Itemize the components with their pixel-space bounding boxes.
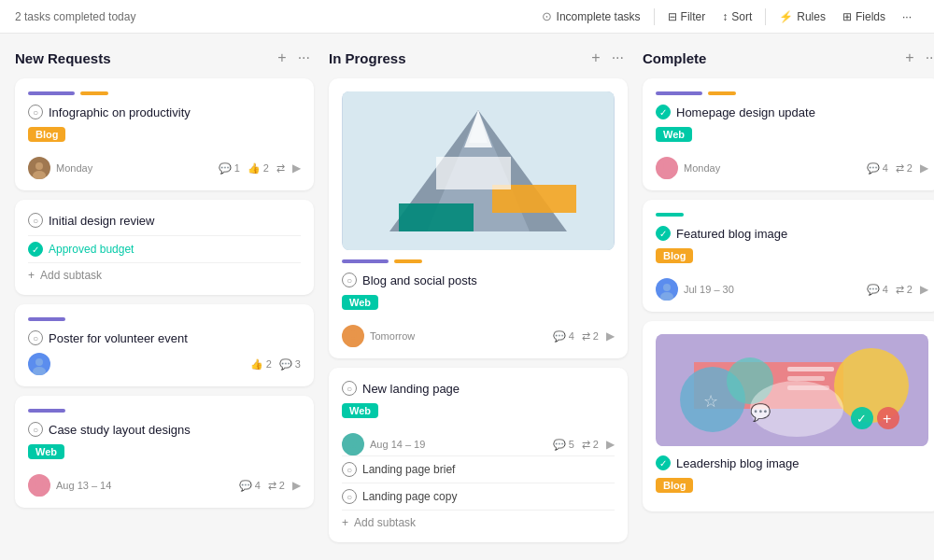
svg-point-1 <box>33 171 46 179</box>
col-header-in-progress: In Progress + ··· <box>329 49 628 67</box>
bar-orange-blog <box>394 259 422 263</box>
card-infographic: ○ Infographic on productivity Blog Monda… <box>15 78 314 190</box>
task-check-poster[interactable]: ○ <box>28 330 43 345</box>
col-add-new-requests[interactable]: + <box>274 49 290 67</box>
card-blog-posts: ○ Blog and social posts Web Tomorrow 💬 4… <box>329 78 628 358</box>
tasks-completed: 2 tasks completed today <box>15 10 135 23</box>
task-check-landing[interactable]: ○ <box>342 381 357 396</box>
task-check-leadership[interactable]: ✓ <box>656 455 671 470</box>
sort-icon: ↕ <box>722 10 728 23</box>
col-add-in-progress[interactable]: + <box>587 49 603 67</box>
tag-leadership[interactable]: Blog <box>656 478 693 493</box>
tag-landing[interactable]: Web <box>342 403 378 418</box>
col-add-complete[interactable]: + <box>901 49 917 67</box>
rules-label: Rules <box>797 10 826 23</box>
svg-point-21 <box>663 284 671 291</box>
expand-blog[interactable]: ▶ <box>606 329 615 343</box>
comments-featured: 💬 4 <box>867 284 888 296</box>
task-check-initial[interactable]: ○ <box>28 213 43 228</box>
task-check-homepage[interactable]: ✓ <box>656 105 671 119</box>
more-button[interactable]: ··· <box>895 7 919 27</box>
avatar-case <box>28 474 50 497</box>
blog-posts-image <box>342 91 615 250</box>
expand-infographic[interactable]: ▶ <box>292 161 301 175</box>
bar-purple <box>28 91 75 95</box>
expand-landing[interactable]: ▶ <box>606 438 615 451</box>
expand-case[interactable]: ▶ <box>292 479 301 492</box>
card-featured-bars <box>656 213 928 217</box>
rules-button[interactable]: ⚡ Rules <box>771 7 833 27</box>
add-subtask-landing[interactable]: + Add subtask <box>342 510 615 531</box>
subtask-check-copy[interactable]: ○ <box>342 489 357 504</box>
fields-label: Fields <box>856 10 885 23</box>
sort-button[interactable]: ↕ Sort <box>715 7 759 27</box>
svg-text:💬: 💬 <box>750 402 771 423</box>
filter-button[interactable]: ⊟ Filter <box>660 7 714 27</box>
svg-text:+: + <box>883 411 891 427</box>
rules-icon: ⚡ <box>779 10 793 23</box>
bar-purple-hp <box>656 91 702 95</box>
column-new-requests: New Requests + ··· ○ Infographic on prod… <box>15 49 314 545</box>
divider-1 <box>654 8 655 25</box>
svg-point-22 <box>660 292 673 301</box>
col-menu-new-requests[interactable]: ··· <box>294 49 314 67</box>
col-actions-new-requests: + ··· <box>274 49 314 67</box>
tag-homepage[interactable]: Web <box>656 127 692 142</box>
task-check-infographic[interactable]: ○ <box>28 105 43 119</box>
subtask-check-1[interactable]: ✓ <box>28 242 43 257</box>
svg-point-16 <box>347 339 360 347</box>
likes-infographic: 👍 2 <box>248 162 269 175</box>
expand-featured[interactable]: ▶ <box>920 283 928 296</box>
svg-rect-14 <box>436 157 511 189</box>
task-check-blog[interactable]: ○ <box>342 273 357 287</box>
add-subtask-initial[interactable]: + Add subtask <box>28 262 301 284</box>
col-menu-complete[interactable]: ··· <box>922 49 934 67</box>
task-title-row-leadership: ✓ Leadership blog image <box>656 455 928 470</box>
bar-purple-poster <box>28 317 65 321</box>
task-title-initial: Initial design review <box>49 214 154 228</box>
topbar-actions: ⊙ Incomplete tasks ⊟ Filter ↕ Sort ⚡ Rul… <box>534 6 919 27</box>
board: New Requests + ··· ○ Infographic on prod… <box>0 34 934 560</box>
date-case: Aug 13 – 14 <box>56 480 111 491</box>
footer-left-poster <box>28 353 50 375</box>
meta-case: 💬 4 ⇄ 2 ▶ <box>239 479 301 492</box>
task-title-row-featured: ✓ Featured blog image <box>656 226 928 241</box>
column-in-progress: In Progress + ··· <box>329 49 628 545</box>
subtask-check-brief[interactable]: ○ <box>342 462 357 477</box>
bar-purple-blog <box>342 259 389 263</box>
footer-left-featured: Jul 19 – 30 <box>656 278 734 301</box>
avatar-infographic <box>28 157 50 179</box>
task-check-featured[interactable]: ✓ <box>656 226 671 241</box>
add-subtask-icon-landing: + <box>342 516 348 529</box>
subtask-label-1: Approved budget <box>49 243 134 256</box>
more-icon: ··· <box>902 10 912 23</box>
svg-point-20 <box>660 171 673 179</box>
card-poster: ○ Poster for volunteer event 👍 2 💬 3 <box>15 304 314 386</box>
likes-featured: ⇄ 2 <box>896 284 913 296</box>
tag-featured[interactable]: Blog <box>656 248 693 263</box>
tag-infographic[interactable]: Blog <box>28 127 65 142</box>
tag-case[interactable]: Web <box>28 444 64 459</box>
card-footer-featured: Jul 19 – 30 💬 4 ⇄ 2 ▶ <box>656 278 928 301</box>
incomplete-tasks-button[interactable]: ⊙ Incomplete tasks <box>534 6 648 27</box>
col-title-new-requests: New Requests <box>15 50 111 66</box>
fields-button[interactable]: ⊞ Fields <box>835 7 893 27</box>
svg-point-18 <box>347 447 360 455</box>
expand-homepage[interactable]: ▶ <box>920 161 928 175</box>
subtask-landing-copy: ○ Landing page copy <box>342 483 615 510</box>
leadership-image: ☆ 💬 ✓ + <box>656 334 928 446</box>
task-title-leadership: Leadership blog image <box>676 456 800 470</box>
footer-left-landing: Aug 14 – 19 <box>342 433 425 455</box>
svg-rect-13 <box>399 203 474 231</box>
col-title-complete: Complete <box>643 50 706 66</box>
col-menu-in-progress[interactable]: ··· <box>608 49 628 67</box>
card-initial-design: ○ Initial design review ✓ Approved budge… <box>15 200 314 295</box>
comments-blog: 💬 4 <box>553 330 574 343</box>
avatar-landing <box>342 433 364 455</box>
tag-blog-posts[interactable]: Web <box>342 295 378 310</box>
date-infographic: Monday <box>56 162 92 174</box>
col-actions-complete: + ··· <box>901 49 934 67</box>
svg-point-5 <box>33 488 46 497</box>
task-check-case[interactable]: ○ <box>28 422 43 437</box>
subtask-landing-brief: ○ Landing page brief <box>342 455 615 483</box>
